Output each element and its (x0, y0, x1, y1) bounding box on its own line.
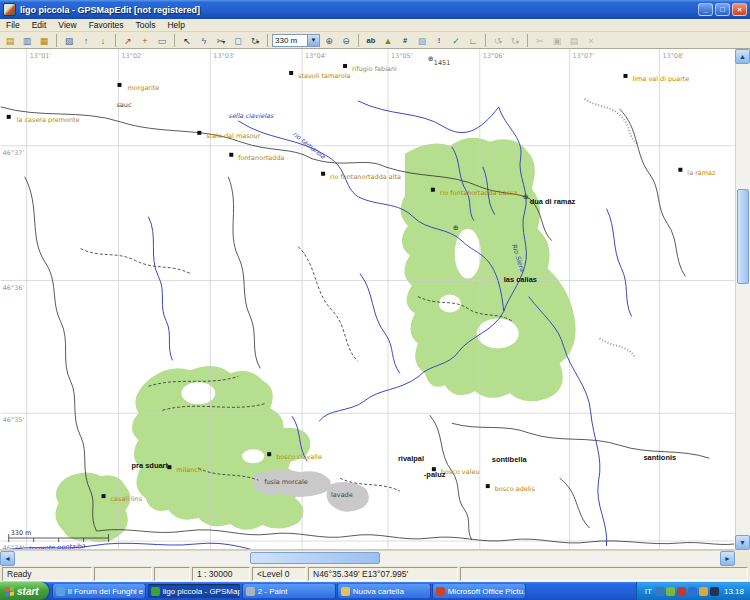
pointer-tool-button[interactable]: ↖ (179, 33, 195, 48)
waypoint-marker[interactable] (486, 484, 490, 488)
waypoint-marker[interactable] (678, 168, 682, 172)
menu-item-view[interactable]: View (52, 20, 82, 30)
grid-latitude-label: 46°37' (3, 149, 25, 157)
routing-graph-button[interactable]: ∟ (465, 33, 481, 48)
scrollbar-corner (735, 550, 750, 566)
show-labels-button[interactable]: ab (363, 33, 379, 48)
menu-item-help[interactable]: Help (161, 20, 190, 30)
verify-map-button[interactable]: ✓ (448, 33, 464, 48)
scroll-left-button[interactable]: ◄ (0, 551, 15, 566)
waypoint-label: lima val di puarte (632, 75, 689, 83)
scroll-right-button[interactable]: ► (720, 551, 735, 566)
dropdown-arrow-icon[interactable]: ▾ (499, 39, 502, 45)
language-bar-icon[interactable] (655, 587, 664, 596)
waypoint-label: rifugio fabiani (352, 65, 397, 73)
waypoint-marker[interactable] (321, 172, 325, 176)
stream-label: torrente pontaiba (28, 542, 86, 550)
menu-item-favorites[interactable]: Favorites (83, 20, 130, 30)
menu-item-tools[interactable]: Tools (130, 20, 162, 30)
settlement-label: dua di ramaz (530, 197, 576, 206)
vertical-scrollbar[interactable]: ▲ ▼ (735, 49, 750, 550)
waypoint-marker[interactable] (431, 188, 435, 192)
menu-item-edit[interactable]: Edit (26, 20, 53, 30)
waypoint-marker[interactable] (229, 153, 233, 157)
task-nuova-cartella-icon (341, 587, 350, 596)
close-button[interactable]: × (732, 3, 747, 16)
grid-longitude-label: 13°06' (483, 52, 505, 60)
save-map-button[interactable]: ▥ (19, 33, 35, 48)
draw-polyline-button[interactable]: ϟ (196, 33, 212, 48)
download-from-gps-button[interactable]: ↓ (95, 33, 111, 48)
show-grid-button[interactable]: # (397, 33, 413, 48)
toolbar-separator (267, 34, 268, 47)
show-background-button[interactable]: ▨ (414, 33, 430, 48)
waypoint-marker[interactable] (118, 83, 122, 87)
scale-bar-label: 330 m (11, 529, 32, 537)
waypoint-label: bosco ciavalle (276, 453, 322, 461)
insert-waypoint-button[interactable]: ↗ (120, 33, 136, 48)
language-indicator[interactable]: IT (645, 587, 652, 596)
task-nuova-cartella[interactable]: Nuova cartella (338, 584, 430, 598)
task-gpsmapedit[interactable]: ligo piccola - GPSMap... (148, 584, 240, 598)
status-zoom-level[interactable]: <Level 0 (252, 567, 306, 581)
zoom-in-button[interactable]: ⊕ (321, 33, 337, 48)
waypoint-marker[interactable] (197, 131, 201, 135)
scroll-up-button[interactable]: ▲ (735, 49, 750, 64)
select-area-button[interactable]: ▭ (154, 33, 170, 48)
windows-flag-icon (5, 586, 14, 596)
task-paint[interactable]: 2 - Paint (243, 584, 335, 598)
terrain-label: 1451 (434, 59, 450, 67)
edit-nodes-button[interactable]: ◻ (230, 33, 246, 48)
delete-button[interactable]: × (583, 33, 599, 48)
vertical-scroll-thumb[interactable] (737, 189, 749, 284)
show-elevation-button[interactable]: ▲ (380, 33, 396, 48)
taskbar: start Il Forum dei Funghi e ...ligo picc… (0, 582, 750, 600)
waypoint-marker[interactable] (267, 452, 271, 456)
dropdown-arrow-icon[interactable]: ▾ (256, 39, 259, 45)
waypoint-marker[interactable] (623, 74, 627, 78)
maximize-button[interactable]: □ (715, 3, 730, 16)
copy-button[interactable]: ▣ (549, 33, 565, 48)
waypoint-marker[interactable] (343, 64, 347, 68)
scroll-down-button[interactable]: ▼ (735, 535, 750, 550)
waypoint-label: morgarite (127, 84, 159, 92)
menu-item-file[interactable]: File (0, 20, 26, 30)
open-map-button[interactable]: ▤ (2, 33, 18, 48)
network-tray-icon[interactable] (688, 587, 697, 596)
redo-button[interactable]: ↻▾ (507, 33, 523, 48)
zoom-out-button[interactable]: ⊖ (338, 33, 354, 48)
start-button[interactable]: start (0, 582, 49, 600)
cut-button[interactable]: ✂ (532, 33, 548, 48)
task-ie-forum[interactable]: Il Forum dei Funghi e ... (53, 584, 145, 598)
undo-button[interactable]: ↺▾ (490, 33, 506, 48)
tablet-pen-tray-icon[interactable] (710, 587, 719, 596)
toolbar-separator (485, 34, 486, 47)
map-properties-button[interactable]: ▧ (61, 33, 77, 48)
task-office-picture[interactable]: Microsoft Office Pictu... (433, 584, 525, 598)
minimize-button[interactable]: _ (698, 3, 713, 16)
update-tray-icon[interactable] (699, 587, 708, 596)
paste-button[interactable]: ▤ (566, 33, 582, 48)
dropdown-arrow-icon[interactable]: ▾ (516, 39, 519, 45)
waypoint-label: casali lins (111, 495, 143, 503)
title-bar[interactable]: ligo piccola - GPSMapEdit [not registere… (0, 0, 750, 19)
horizontal-scrollbar[interactable]: ◄ ► (0, 550, 735, 566)
waypoint-marker[interactable] (289, 71, 293, 75)
dropdown-arrow-icon[interactable]: ▾ (222, 39, 225, 45)
upload-to-gps-button[interactable]: ↑ (78, 33, 94, 48)
trim-tool-button[interactable]: ✂▾ (213, 33, 229, 48)
attachments-button[interactable]: ! (431, 33, 447, 48)
waypoint-marker[interactable] (7, 115, 11, 119)
grid-longitude-label: 13°03' (213, 52, 235, 60)
pan-tool-button[interactable]: + (137, 33, 153, 48)
add-map-button[interactable]: ▦ (36, 33, 52, 48)
settlement-label: -paluz (424, 470, 446, 479)
zoom-scale-combobox[interactable]: 330 m▼ (272, 34, 320, 47)
graphics-utility-tray-icon[interactable] (666, 587, 675, 596)
map-canvas[interactable]: 13°01'13°02'13°03'13°04'13°05'13°06'13°0… (0, 49, 735, 550)
waypoint-marker[interactable] (102, 494, 106, 498)
combobox-dropdown-icon[interactable]: ▼ (307, 35, 319, 46)
antivirus-tray-icon[interactable] (677, 587, 686, 596)
horizontal-scroll-thumb[interactable] (250, 552, 380, 564)
rotate-tool-button[interactable]: ↻▾ (247, 33, 263, 48)
